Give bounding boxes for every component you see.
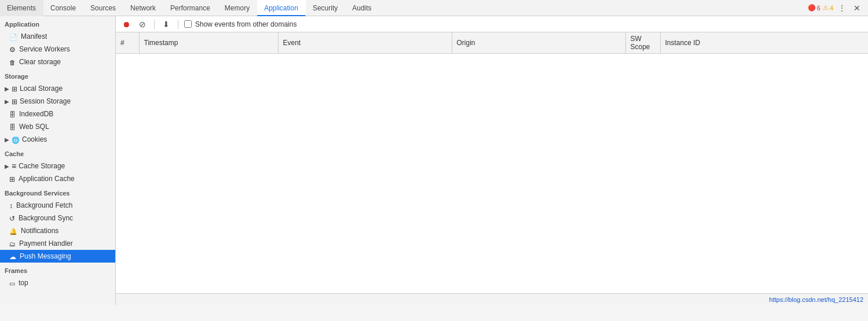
show-events-label[interactable]: Show events from other domains [184, 20, 296, 28]
sidebar-item-manifest[interactable]: Manifest [0, 30, 115, 43]
manifest-icon [9, 32, 17, 41]
sidebar: Application Manifest Service Workers Cle… [0, 16, 116, 305]
sidebar-item-cache-storage[interactable]: ▶ Cache Storage [0, 160, 115, 172]
local-storage-icon [12, 84, 17, 93]
show-events-checkbox[interactable] [184, 20, 192, 28]
notifications-icon [9, 227, 17, 235]
col-header-instance-id: Instance ID [660, 32, 868, 54]
col-header-event: Event [278, 32, 452, 54]
content-toolbar: ⏺ ⊘ ⬇ Show events from other domains [116, 16, 868, 32]
web-sql-label: Web SQL [19, 123, 49, 131]
content-area: ⏺ ⊘ ⬇ Show events from other domains # T… [116, 16, 868, 305]
service-workers-label: Service Workers [19, 45, 70, 53]
tab-bar: Elements Console Sources Network Perform… [0, 0, 868, 16]
background-fetch-label: Background Fetch [16, 201, 72, 209]
clear-storage-label: Clear storage [19, 58, 61, 66]
service-workers-icon [9, 45, 16, 54]
local-storage-arrow: ▶ [5, 86, 9, 92]
push-messaging-label: Push Messaging [20, 252, 71, 260]
background-fetch-icon [9, 201, 13, 210]
manifest-label: Manifest [21, 32, 47, 40]
push-messaging-icon [9, 252, 16, 261]
warn-count: 4 [830, 5, 833, 12]
close-devtools-button[interactable]: ✕ [851, 2, 863, 14]
sidebar-item-indexed-db[interactable]: IndexedDB [0, 108, 115, 120]
local-storage-label: Local Storage [20, 84, 63, 93]
main-layout: Application Manifest Service Workers Cle… [0, 16, 868, 305]
toolbar-separator-2 [178, 20, 178, 29]
session-storage-label: Session Storage [20, 97, 71, 105]
col-header-num: # [116, 32, 139, 54]
cache-storage-arrow: ▶ [5, 163, 9, 169]
payment-handler-icon [9, 239, 16, 248]
payment-handler-label: Payment Handler [19, 239, 73, 248]
cookies-icon [12, 135, 20, 144]
warn-icon: ⚠ [823, 4, 829, 12]
cache-storage-label: Cache Storage [19, 162, 65, 170]
cookies-arrow: ▶ [5, 136, 9, 143]
indexed-db-icon [9, 110, 16, 119]
frames-section-header: Frames [0, 263, 115, 276]
sidebar-item-session-storage[interactable]: ▶ Session Storage [0, 95, 115, 108]
background-sync-label: Background Sync [19, 214, 73, 222]
col-header-origin: Origin [452, 32, 625, 54]
top-label: top [19, 279, 28, 287]
sidebar-item-local-storage[interactable]: ▶ Local Storage [0, 82, 115, 95]
data-table: # Timestamp Event Origin SW Scope Instan… [116, 32, 868, 293]
tab-audits[interactable]: Audits [345, 0, 379, 16]
status-url: https://blog.csdn.net/hq_2215412 [769, 296, 863, 303]
col-header-sw-scope: SW Scope [625, 32, 660, 54]
sidebar-item-payment-handler[interactable]: Payment Handler [0, 237, 115, 250]
storage-section-header: Storage [0, 68, 115, 82]
status-bar: https://blog.csdn.net/hq_2215412 [116, 293, 868, 305]
stop-button[interactable]: ⊘ [137, 19, 148, 30]
cache-section-header: Cache [0, 146, 115, 160]
sidebar-item-service-workers[interactable]: Service Workers [0, 43, 115, 56]
events-table: # Timestamp Event Origin SW Scope Instan… [116, 32, 868, 54]
web-sql-icon [9, 123, 16, 131]
notifications-label: Notifications [21, 227, 58, 235]
application-cache-icon [9, 175, 15, 183]
error-count: 6 [817, 5, 821, 12]
tab-network[interactable]: Network [123, 0, 163, 16]
clear-storage-icon [9, 58, 16, 67]
tab-console[interactable]: Console [43, 0, 83, 16]
tab-bar-right: 🔴 6 ⚠ 4 ⋮ ✕ [808, 2, 868, 14]
table-header: # Timestamp Event Origin SW Scope Instan… [116, 32, 868, 54]
col-header-timestamp: Timestamp [139, 32, 278, 54]
sidebar-item-background-sync[interactable]: Background Sync [0, 212, 115, 224]
record-button[interactable]: ⏺ [120, 19, 132, 30]
application-cache-label: Application Cache [19, 175, 75, 183]
indexed-db-label: IndexedDB [19, 110, 53, 118]
tab-application[interactable]: Application [257, 0, 306, 16]
tab-performance[interactable]: Performance [163, 0, 218, 16]
tab-sources[interactable]: Sources [83, 0, 123, 16]
sidebar-item-notifications[interactable]: Notifications [0, 224, 115, 237]
background-services-header: Background Services [0, 185, 115, 199]
sidebar-item-cookies[interactable]: ▶ Cookies [0, 133, 115, 146]
session-storage-icon [12, 97, 17, 106]
sidebar-item-web-sql[interactable]: Web SQL [0, 120, 115, 133]
tab-elements[interactable]: Elements [0, 0, 43, 16]
tab-memory[interactable]: Memory [218, 0, 257, 16]
sidebar-item-clear-storage[interactable]: Clear storage [0, 56, 115, 68]
more-options-button[interactable]: ⋮ [836, 2, 848, 14]
error-icon: 🔴 [808, 4, 816, 12]
application-section-header: Application [0, 16, 115, 30]
session-storage-arrow: ▶ [5, 98, 9, 105]
show-events-text: Show events from other domains [195, 20, 296, 28]
toolbar-separator-1 [154, 20, 155, 29]
tab-security[interactable]: Security [306, 0, 345, 16]
cookies-label: Cookies [22, 135, 47, 143]
top-frame-icon [9, 279, 15, 287]
error-badge: 🔴 6 [808, 4, 821, 12]
sidebar-item-push-messaging[interactable]: Push Messaging [0, 250, 115, 263]
cache-storage-icon [12, 161, 16, 171]
sidebar-item-background-fetch[interactable]: Background Fetch [0, 199, 115, 212]
sidebar-item-top[interactable]: top [0, 276, 115, 289]
background-sync-icon [9, 214, 15, 223]
download-button[interactable]: ⬇ [160, 19, 172, 30]
warn-badge: ⚠ 4 [823, 4, 833, 12]
sidebar-item-application-cache[interactable]: Application Cache [0, 172, 115, 185]
